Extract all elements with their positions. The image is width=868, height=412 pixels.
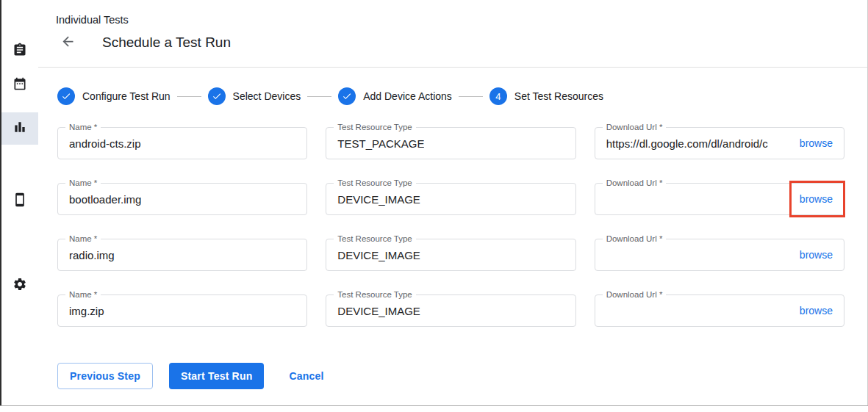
field-label: Test Resource Type [334,178,415,187]
test-resource-type-field[interactable]: Test Resource Type DEVICE_IMAGE [326,294,575,327]
header-divider [38,67,867,68]
field-label: Name * [65,234,101,243]
name-field[interactable]: Name * bootloader.img [57,183,307,215]
gear-icon [12,277,27,294]
form-actions: Previous Step Start Test Run Cancel [57,363,867,389]
test-resource-type-field[interactable]: Test Resource Type TEST_PACKAGE [326,127,575,159]
browse-link[interactable]: browse [800,193,833,205]
name-field[interactable]: Name * img.zip [57,294,307,327]
start-test-run-button[interactable]: Start Test Run [169,363,264,389]
step-label: Set Test Resources [514,90,603,102]
stepper-step-configure-test-run[interactable]: Configure Test Run [57,87,171,105]
field-value: DEVICE_IMAGE [337,249,420,261]
sidebar-item-test-plans[interactable] [1,69,38,101]
previous-step-button[interactable]: Previous Step [57,363,153,389]
step-label: Select Devices [233,90,301,102]
arrow-back-icon [60,34,76,51]
assignment-icon [12,43,27,60]
app-window: Individual Tests Schedule a Test Run Con… [0,0,868,412]
field-label: Download Url * [603,178,667,187]
download-url-field[interactable]: Download Url * browse [595,294,844,327]
sidebar [1,0,38,405]
test-resource-type-field[interactable]: Test Resource Type DEVICE_IMAGE [326,183,575,215]
field-label: Test Resource Type [334,234,415,243]
window-bottom-edge [0,405,868,406]
step-connector [307,96,331,97]
sidebar-item-settings[interactable] [1,270,38,302]
smartphone-icon [12,192,27,210]
browse-link[interactable]: browse [800,249,833,261]
step-connector [459,96,483,97]
sidebar-item-tests[interactable] [1,35,38,68]
name-field[interactable]: Name * radio.img [57,239,307,271]
field-label: Download Url * [603,123,667,131]
stepper: Configure Test Run Select Devices Add De… [57,87,867,105]
field-value: android-cts.zip [69,137,141,150]
back-button[interactable] [59,34,76,51]
step-label: Add Device Actions [363,90,452,102]
bar-chart-icon [12,120,27,137]
field-value: TEST_PACKAGE [337,137,424,150]
stepper-step-add-device-actions[interactable]: Add Device Actions [338,87,452,105]
field-value: radio.img [69,249,115,261]
field-label: Name * [65,123,101,131]
field-value: bootloader.img [69,193,141,206]
page-title: Schedule a Test Run [102,35,231,51]
download-url-field[interactable]: Download Url * browse [595,183,844,215]
field-label: Test Resource Type [334,290,415,299]
breadcrumb: Individual Tests [38,0,867,26]
check-icon [57,87,75,105]
step-connector [177,96,201,97]
sidebar-item-test-runs[interactable] [1,112,38,145]
title-row: Schedule a Test Run [38,26,867,51]
download-url-field[interactable]: Download Url * browse [595,239,844,271]
field-value: img.zip [69,305,104,317]
main-content: Individual Tests Schedule a Test Run Con… [38,0,867,405]
field-value: https://dl.google.com/dl/android/c [606,137,795,150]
stepper-step-set-test-resources[interactable]: 4 Set Test Resources [489,87,603,105]
browse-link[interactable]: browse [800,305,833,317]
field-label: Name * [65,290,101,299]
field-label: Download Url * [603,290,667,299]
field-label: Test Resource Type [334,123,415,131]
browse-link[interactable]: browse [800,137,833,149]
field-label: Name * [65,178,101,187]
field-value: DEVICE_IMAGE [337,305,420,317]
step-label: Configure Test Run [82,90,171,102]
test-resource-type-field[interactable]: Test Resource Type DEVICE_IMAGE [326,239,575,271]
sidebar-item-devices[interactable] [1,185,38,217]
step-number-badge: 4 [489,87,507,105]
field-value: DEVICE_IMAGE [337,193,420,206]
window-left-edge [0,0,1,406]
test-resources-form: Name * android-cts.zip Test Resource Typ… [57,127,844,327]
field-label: Download Url * [603,234,667,243]
calendar-icon [12,76,27,94]
stepper-step-select-devices[interactable]: Select Devices [208,87,301,105]
cancel-button[interactable]: Cancel [283,363,329,389]
check-icon [338,87,356,105]
download-url-field[interactable]: Download Url * https://dl.google.com/dl/… [595,127,844,159]
name-field[interactable]: Name * android-cts.zip [57,127,307,159]
check-icon [208,87,226,105]
